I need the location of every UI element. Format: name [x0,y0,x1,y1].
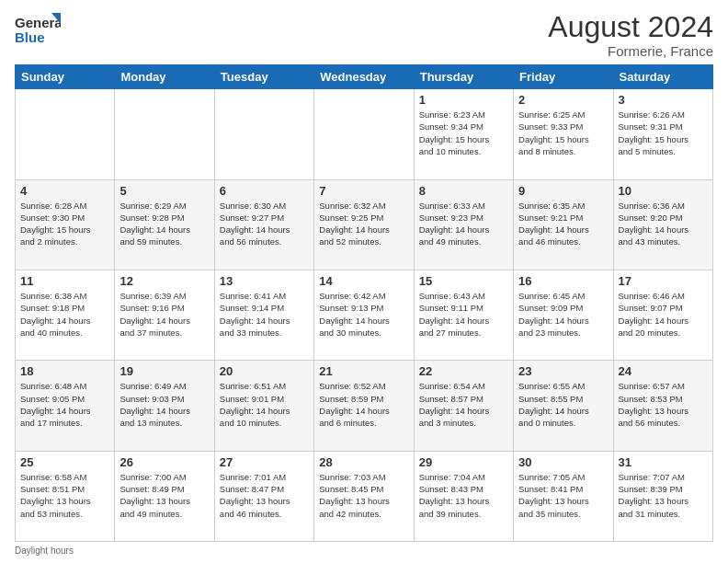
week-row-1: 4Sunrise: 6:28 AMSunset: 9:30 PMDaylight… [16,179,713,270]
day-number: 21 [319,364,408,378]
day-info: Sunrise: 6:52 AMSunset: 8:59 PMDaylight:… [319,380,408,429]
day-number: 31 [619,455,708,469]
page: General Blue August 2024 Formerie, Franc… [0,0,728,563]
day-info: Sunrise: 6:30 AMSunset: 9:27 PMDaylight:… [220,200,309,248]
calendar-cell: 28Sunrise: 7:03 AMSunset: 8:45 PMDayligh… [314,451,414,541]
day-info: Sunrise: 6:25 AMSunset: 9:33 PMDaylight:… [518,109,608,157]
day-info: Sunrise: 6:33 AMSunset: 9:23 PMDaylight:… [419,200,508,248]
calendar-cell: 17Sunrise: 6:46 AMSunset: 9:07 PMDayligh… [613,270,712,360]
day-info: Sunrise: 6:29 AMSunset: 9:28 PMDaylight:… [119,200,209,248]
calendar-cell: 31Sunrise: 7:07 AMSunset: 8:39 PMDayligh… [613,451,712,541]
day-number: 7 [319,184,408,198]
day-number: 22 [419,364,508,378]
calendar-cell [314,89,414,179]
day-info: Sunrise: 7:07 AMSunset: 8:39 PMDaylight:… [619,471,708,520]
calendar-cell: 3Sunrise: 6:26 AMSunset: 9:31 PMDaylight… [613,89,712,179]
day-info: Sunrise: 6:39 AMSunset: 9:16 PMDaylight:… [119,290,209,339]
calendar-cell: 12Sunrise: 6:39 AMSunset: 9:16 PMDayligh… [115,270,214,360]
day-number: 11 [20,274,109,288]
day-number: 28 [319,455,408,469]
day-info: Sunrise: 7:04 AMSunset: 8:43 PMDaylight:… [419,471,508,520]
calendar-cell: 16Sunrise: 6:45 AMSunset: 9:09 PMDayligh… [514,270,613,360]
calendar-cell: 13Sunrise: 6:41 AMSunset: 9:14 PMDayligh… [214,270,313,360]
day-number: 26 [119,455,209,469]
day-number: 30 [518,455,608,469]
day-info: Sunrise: 6:46 AMSunset: 9:07 PMDaylight:… [619,290,708,339]
calendar-cell: 1Sunrise: 6:23 AMSunset: 9:34 PMDaylight… [414,89,513,179]
day-info: Sunrise: 6:36 AMSunset: 9:20 PMDaylight:… [619,200,708,248]
day-info: Sunrise: 7:00 AMSunset: 8:49 PMDaylight:… [119,471,209,520]
calendar-cell: 20Sunrise: 6:51 AMSunset: 9:01 PMDayligh… [214,361,313,451]
day-number: 12 [119,274,209,288]
calendar-cell: 21Sunrise: 6:52 AMSunset: 8:59 PMDayligh… [314,361,414,451]
day-number: 6 [220,184,309,198]
calendar-cell: 29Sunrise: 7:04 AMSunset: 8:43 PMDayligh… [414,451,513,541]
calendar-cell: 24Sunrise: 6:57 AMSunset: 8:53 PMDayligh… [613,361,712,451]
day-info: Sunrise: 6:32 AMSunset: 9:25 PMDaylight:… [319,200,408,248]
calendar-cell: 19Sunrise: 6:49 AMSunset: 9:03 PMDayligh… [115,361,214,451]
day-info: Sunrise: 7:05 AMSunset: 8:41 PMDaylight:… [518,471,608,520]
title-area: August 2024 Formerie, France [548,11,713,59]
logo: General Blue [15,11,61,50]
day-number: 2 [518,93,608,107]
day-info: Sunrise: 6:55 AMSunset: 8:55 PMDaylight:… [518,380,608,429]
day-header-thursday: Thursday [414,65,513,89]
day-header-sunday: Sunday [16,65,115,89]
month-year: August 2024 [548,11,713,43]
footer-note: Daylight hours [15,546,713,556]
day-header-monday: Monday [115,65,214,89]
day-header-friday: Friday [514,65,613,89]
week-row-0: 1Sunrise: 6:23 AMSunset: 9:34 PMDaylight… [16,89,713,179]
calendar-cell: 30Sunrise: 7:05 AMSunset: 8:41 PMDayligh… [514,451,613,541]
day-info: Sunrise: 6:49 AMSunset: 9:03 PMDaylight:… [119,380,209,429]
svg-text:General: General [15,15,61,30]
day-number: 5 [119,184,209,198]
week-row-4: 25Sunrise: 6:58 AMSunset: 8:51 PMDayligh… [16,451,713,541]
day-number: 1 [419,93,508,107]
svg-text:Blue: Blue [15,29,45,45]
day-info: Sunrise: 6:54 AMSunset: 8:57 PMDaylight:… [419,380,508,429]
day-header-wednesday: Wednesday [314,65,414,89]
calendar-cell: 5Sunrise: 6:29 AMSunset: 9:28 PMDaylight… [115,179,214,270]
calendar-cell [16,89,115,179]
day-info: Sunrise: 7:01 AMSunset: 8:47 PMDaylight:… [220,471,309,520]
day-number: 19 [119,364,209,378]
day-info: Sunrise: 6:28 AMSunset: 9:30 PMDaylight:… [20,200,109,248]
day-number: 8 [419,184,508,198]
day-info: Sunrise: 6:41 AMSunset: 9:14 PMDaylight:… [220,290,309,339]
calendar-cell: 2Sunrise: 6:25 AMSunset: 9:33 PMDaylight… [514,89,613,179]
logo-svg: General Blue [15,11,61,50]
calendar-cell: 25Sunrise: 6:58 AMSunset: 8:51 PMDayligh… [16,451,115,541]
day-number: 17 [619,274,708,288]
week-row-2: 11Sunrise: 6:38 AMSunset: 9:18 PMDayligh… [16,270,713,360]
calendar-cell: 14Sunrise: 6:42 AMSunset: 9:13 PMDayligh… [314,270,414,360]
day-info: Sunrise: 6:26 AMSunset: 9:31 PMDaylight:… [619,109,708,157]
calendar-cell: 10Sunrise: 6:36 AMSunset: 9:20 PMDayligh… [613,179,712,270]
day-number: 24 [619,364,708,378]
day-number: 14 [319,274,408,288]
day-info: Sunrise: 6:48 AMSunset: 9:05 PMDaylight:… [20,380,109,429]
calendar-cell: 15Sunrise: 6:43 AMSunset: 9:11 PMDayligh… [414,270,513,360]
day-number: 27 [220,455,309,469]
day-info: Sunrise: 6:57 AMSunset: 8:53 PMDaylight:… [619,380,708,429]
day-header-tuesday: Tuesday [214,65,313,89]
calendar-cell [115,89,214,179]
day-header-saturday: Saturday [613,65,712,89]
day-number: 13 [220,274,309,288]
calendar-cell: 7Sunrise: 6:32 AMSunset: 9:25 PMDaylight… [314,179,414,270]
calendar-cell: 9Sunrise: 6:35 AMSunset: 9:21 PMDaylight… [514,179,613,270]
calendar-cell [214,89,313,179]
calendar-cell: 18Sunrise: 6:48 AMSunset: 9:05 PMDayligh… [16,361,115,451]
day-number: 10 [619,184,708,198]
day-number: 18 [20,364,109,378]
header: General Blue August 2024 Formerie, Franc… [15,11,713,59]
calendar-cell: 26Sunrise: 7:00 AMSunset: 8:49 PMDayligh… [115,451,214,541]
location: Formerie, France [548,43,713,59]
day-number: 15 [419,274,508,288]
calendar-cell: 27Sunrise: 7:01 AMSunset: 8:47 PMDayligh… [214,451,313,541]
day-info: Sunrise: 6:23 AMSunset: 9:34 PMDaylight:… [419,109,508,157]
day-info: Sunrise: 7:03 AMSunset: 8:45 PMDaylight:… [319,471,408,520]
calendar-cell: 8Sunrise: 6:33 AMSunset: 9:23 PMDaylight… [414,179,513,270]
day-number: 29 [419,455,508,469]
day-number: 23 [518,364,608,378]
